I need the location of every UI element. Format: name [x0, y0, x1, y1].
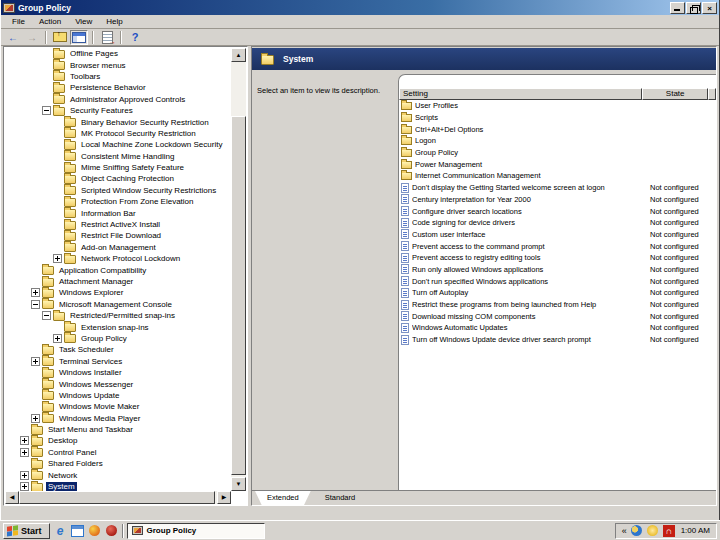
minimize-button[interactable]	[670, 2, 685, 14]
tree-item-windows-media-player[interactable]: Windows Media Player	[5, 413, 231, 424]
explorer-window-icon[interactable]	[71, 524, 84, 537]
tree-item-scripted-window-security-restrictions[interactable]: Scripted Window Security Restrictions	[5, 185, 231, 196]
setting-row-group-policy[interactable]: Group Policy	[399, 147, 716, 159]
tree-item-control-panel[interactable]: Control Panel	[5, 447, 231, 458]
internet-explorer-icon[interactable]	[54, 524, 67, 537]
setting-row-turn-off-autoplay[interactable]: Turn off Autoplay Not configured	[399, 287, 716, 299]
task-button-group-policy[interactable]: Group Policy	[127, 523, 265, 539]
column-header-state[interactable]: State	[642, 88, 708, 100]
setting-row-internet-communication-management[interactable]: Internet Communication Management	[399, 170, 716, 182]
scrollbar-thumb[interactable]	[231, 116, 246, 475]
setting-row-prevent-access-to-the-command-prompt[interactable]: Prevent access to the command prompt Not…	[399, 240, 716, 252]
tree-item-restrict-file-download[interactable]: Restrict File Download	[5, 230, 231, 241]
setting-row-ctrl-alt-del-options[interactable]: Ctrl+Alt+Del Options	[399, 123, 716, 135]
tree-item-terminal-services[interactable]: Terminal Services	[5, 356, 231, 367]
setting-row-code-signing-for-device-drivers[interactable]: Code signing for device drivers Not conf…	[399, 217, 716, 229]
help-icon[interactable]	[126, 30, 144, 45]
setting-row-don-t-display-the-getting-started-welcome-screen-at-logon[interactable]: Don't display the Getting Started welcom…	[399, 182, 716, 194]
tree-item-persistence-behavior[interactable]: Persistence Behavior	[5, 82, 231, 93]
tree-item-mime-sniffing-safety-feature[interactable]: Mime Sniffing Safety Feature	[5, 162, 231, 173]
tree-item-restricted-permitted-snap-ins[interactable]: Restricted/Permitted snap-ins	[5, 310, 231, 321]
setting-row-configure-driver-search-locations[interactable]: Configure driver search locations Not co…	[399, 205, 716, 217]
expand-toggle-icon[interactable]	[31, 414, 40, 423]
tree-item-application-compatibility[interactable]: Application Compatibility	[5, 264, 231, 275]
expand-toggle-icon[interactable]	[42, 311, 51, 320]
tree-item-security-features[interactable]: Security Features	[5, 105, 231, 116]
expand-toggle-icon[interactable]	[53, 254, 62, 263]
setting-row-power-management[interactable]: Power Management	[399, 158, 716, 170]
tree-item-extended[interactable]: Extended	[255, 491, 311, 505]
setting-row-user-profiles[interactable]: User Profiles	[399, 100, 716, 112]
scroll-down-icon[interactable]: ▼	[231, 477, 246, 491]
tree-item-task-scheduler[interactable]: Task Scheduler	[5, 344, 231, 355]
tray-chevron-icon[interactable]: «	[622, 526, 627, 536]
up-one-level-icon[interactable]	[51, 30, 69, 45]
setting-row-restrict-these-programs-from-being-launched-from-help[interactable]: Restrict these programs from being launc…	[399, 299, 716, 311]
tree-item-toolbars[interactable]: Toolbars	[5, 71, 231, 82]
tree-item-windows-update[interactable]: Windows Update	[5, 390, 231, 401]
tree-item-local-machine-zone-lockdown-security[interactable]: Local Machine Zone Lockdown Security	[5, 139, 231, 150]
close-button[interactable]	[702, 2, 717, 14]
restore-button[interactable]	[686, 2, 701, 14]
red-app-icon[interactable]	[105, 524, 118, 537]
expand-toggle-icon[interactable]	[53, 334, 62, 343]
menu-action[interactable]: Action	[32, 16, 68, 27]
expand-toggle-icon[interactable]	[31, 288, 40, 297]
tree-item-standard[interactable]: Standard	[313, 491, 367, 505]
export-list-icon[interactable]	[98, 30, 116, 45]
start-button[interactable]: Start	[3, 523, 50, 539]
expand-toggle-icon[interactable]	[42, 106, 51, 115]
setting-row-don-t-run-specified-windows-applications[interactable]: Don't run specified Windows applications…	[399, 275, 716, 287]
tree-item-system[interactable]: System	[5, 481, 231, 491]
tree-item-extension-snap-ins[interactable]: Extension snap-ins	[5, 321, 231, 332]
expand-toggle-icon[interactable]	[20, 482, 29, 491]
tree-item-windows-installer[interactable]: Windows Installer	[5, 367, 231, 378]
tree-item-information-bar[interactable]: Information Bar	[5, 207, 231, 218]
setting-row-century-interpretation-for-year-2000[interactable]: Century interpretation for Year 2000 Not…	[399, 194, 716, 206]
back-icon[interactable]	[4, 30, 22, 45]
tree-item-protection-from-zone-elevation[interactable]: Protection From Zone Elevation	[5, 196, 231, 207]
tree-item-windows-messenger[interactable]: Windows Messenger	[5, 378, 231, 389]
setting-row-logon[interactable]: Logon	[399, 135, 716, 147]
expand-toggle-icon[interactable]	[20, 471, 29, 480]
tree-item-shared-folders[interactable]: Shared Folders	[5, 458, 231, 469]
menu-view[interactable]: View	[68, 16, 99, 27]
updates-icon[interactable]	[647, 525, 659, 537]
setting-row-prevent-access-to-registry-editing-tools[interactable]: Prevent access to registry editing tools…	[399, 252, 716, 264]
setting-row-turn-off-windows-update-device-driver-search-prompt[interactable]: Turn off Windows Update device driver se…	[399, 334, 716, 346]
tree-item-mk-protocol-security-restriction[interactable]: MK Protocol Security Restriction	[5, 128, 231, 139]
setting-row-download-missing-com-components[interactable]: Download missing COM components Not conf…	[399, 310, 716, 322]
antivirus-icon[interactable]	[663, 525, 675, 537]
expand-toggle-icon[interactable]	[20, 448, 29, 457]
tree-item-browser-menus[interactable]: Browser menus	[5, 59, 231, 70]
scroll-left-icon[interactable]: ◀	[5, 491, 19, 504]
column-header-setting[interactable]: Setting	[399, 88, 642, 100]
tree-item-object-caching-protection[interactable]: Object Caching Protection	[5, 173, 231, 184]
tree-item-attachment-manager[interactable]: Attachment Manager	[5, 276, 231, 287]
scroll-up-icon[interactable]: ▲	[231, 48, 246, 62]
setting-row-scripts[interactable]: Scripts	[399, 112, 716, 124]
expand-toggle-icon[interactable]	[31, 357, 40, 366]
tree-item-network-protocol-lockdown[interactable]: Network Protocol Lockdown	[5, 253, 231, 264]
expand-toggle-icon[interactable]	[20, 436, 29, 445]
menu-help[interactable]: Help	[99, 16, 129, 27]
security-center-icon[interactable]	[631, 525, 643, 537]
tree-item-windows-movie-maker[interactable]: Windows Movie Maker	[5, 401, 231, 412]
tree-horizontal-scrollbar[interactable]: ◀ ▶	[5, 491, 231, 504]
tree-item-microsoft-management-console[interactable]: Microsoft Management Console	[5, 299, 231, 310]
tree-item-network[interactable]: Network	[5, 469, 231, 480]
scrollbar-thumb[interactable]	[19, 491, 215, 504]
tree-item-offline-pages[interactable]: Offline Pages	[5, 48, 231, 59]
tree-item-binary-behavior-security-restriction[interactable]: Binary Behavior Security Restriction	[5, 116, 231, 127]
tree-item-administrator-approved-controls[interactable]: Administrator Approved Controls	[5, 94, 231, 105]
tree-item-add-on-management[interactable]: Add-on Management	[5, 242, 231, 253]
show-hide-tree-icon[interactable]	[70, 30, 88, 45]
tree-item-consistent-mime-handling[interactable]: Consistent Mime Handling	[5, 151, 231, 162]
tree-item-group-policy[interactable]: Group Policy	[5, 333, 231, 344]
forward-icon[interactable]	[23, 30, 41, 45]
tree-item-restrict-activex-install[interactable]: Restrict ActiveX Install	[5, 219, 231, 230]
firefox-icon[interactable]	[88, 524, 101, 537]
expand-toggle-icon[interactable]	[31, 300, 40, 309]
setting-row-run-only-allowed-windows-applications[interactable]: Run only allowed Windows applications No…	[399, 264, 716, 276]
tree-item-desktop[interactable]: Desktop	[5, 435, 231, 446]
